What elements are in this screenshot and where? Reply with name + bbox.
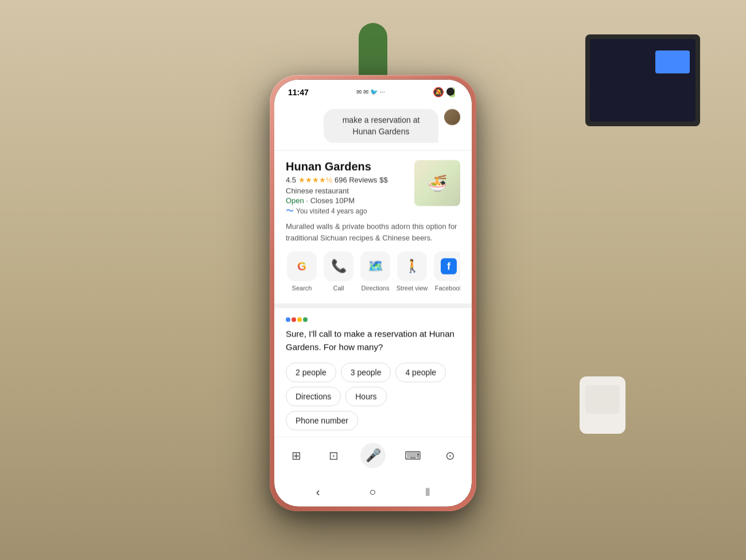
call-action-button[interactable]: 📞 Call xyxy=(323,251,355,292)
screen-icon[interactable]: ⊡ xyxy=(323,445,344,466)
directions-action-button[interactable]: 🗺️ Directions xyxy=(359,251,391,292)
restaurant-hours: Open · Closes 10PM xyxy=(286,196,414,205)
background-monitor xyxy=(585,34,700,126)
chip-4-people[interactable]: 4 people xyxy=(395,363,446,382)
restaurant-rating: 4.5 ★★★★½ 696 Reviews $$ xyxy=(286,176,414,184)
dot-yellow xyxy=(297,317,302,322)
search-button-label: Search xyxy=(292,285,312,292)
google-assistant-logo xyxy=(286,317,308,322)
streetview-icon: 🚶 xyxy=(405,259,420,274)
chips-row-1: 2 people 3 people 4 people xyxy=(286,363,460,382)
status-time: 11:47 xyxy=(288,87,309,96)
review-count: 696 Reviews xyxy=(335,176,377,184)
assistant-section: Sure, I'll call to make a reservation at… xyxy=(274,308,472,437)
streetview-button-label: Street view xyxy=(397,285,428,292)
facebook-action-button[interactable]: f Facebook xyxy=(433,251,460,292)
status-icons: ✉ ✉ 🐦 ··· xyxy=(356,88,385,96)
phone-inner: 11:47 ✉ ✉ 🐦 ··· 🔕 🔋 make a reservation a… xyxy=(274,80,472,507)
restaurant-description: Muralled walls & private booths adorn th… xyxy=(286,221,460,243)
facebook-icon-circle[interactable]: f xyxy=(434,251,460,281)
restaurant-info: Hunan Gardens 4.5 ★★★★½ 696 Reviews $$ C… xyxy=(286,160,414,216)
call-button-label: Call xyxy=(333,285,344,292)
chips-row-2: Directions Hours Phone number xyxy=(286,387,460,430)
assistant-icon[interactable]: ⊞ xyxy=(286,445,306,466)
microphone-button[interactable]: 🎤 xyxy=(360,443,386,468)
phone-case: 11:47 ✉ ✉ 🐦 ··· 🔕 🔋 make a reservation a… xyxy=(270,75,476,511)
action-buttons-row: G Search 📞 Call xyxy=(286,251,460,294)
screen-content[interactable]: make a reservation at Hunan Gardens Huna… xyxy=(274,100,472,437)
visit-text: You visited 4 years ago xyxy=(296,207,367,215)
user-message-bubble: make a reservation at Hunan Gardens xyxy=(324,109,438,143)
assistant-response-text: Sure, I'll call to make a reservation at… xyxy=(286,328,460,353)
food-placeholder: 🍜 xyxy=(414,160,460,206)
restaurant-image: 🍜 xyxy=(414,160,460,206)
call-icon-circle[interactable]: 📞 xyxy=(324,251,353,281)
nav-bar: ‹ ○ ⦀ xyxy=(274,480,472,507)
section-divider xyxy=(274,304,472,308)
chip-hours[interactable]: Hours xyxy=(345,387,386,406)
phone-screen: 11:47 ✉ ✉ 🐦 ··· 🔕 🔋 make a reservation a… xyxy=(274,80,472,507)
bottom-bar: ⊞ ⊡ 🎤 ⌨ ⊙ xyxy=(274,437,472,480)
chip-2-people[interactable]: 2 people xyxy=(286,363,336,382)
restaurant-card: Hunan Gardens 4.5 ★★★★½ 696 Reviews $$ C… xyxy=(274,151,472,304)
dot-green xyxy=(303,317,308,322)
chip-phone-number[interactable]: Phone number xyxy=(286,411,358,430)
user-avatar xyxy=(444,109,460,125)
restaurant-type: Chinese restaurant xyxy=(286,186,414,195)
rating-number: 4.5 xyxy=(286,176,296,184)
assistant-header xyxy=(286,317,460,322)
keyboard-icon[interactable]: ⌨ xyxy=(402,445,423,466)
streetview-action-button[interactable]: 🚶 Street view xyxy=(396,251,428,292)
back-button[interactable]: ‹ xyxy=(316,485,320,499)
call-icon: 📞 xyxy=(331,259,347,274)
dot-blue xyxy=(286,317,290,322)
facebook-button-label: Facebook xyxy=(435,285,460,292)
open-status: Open xyxy=(286,196,304,205)
visit-icon: 〜 xyxy=(286,206,294,216)
user-message-area: make a reservation at Hunan Gardens xyxy=(274,100,472,150)
restaurant-name: Hunan Gardens xyxy=(286,160,414,173)
closing-time: Closes 10PM xyxy=(310,196,355,205)
camera-hole xyxy=(446,88,454,96)
compass-icon[interactable]: ⊙ xyxy=(440,445,460,466)
rating-stars: ★★★★½ xyxy=(298,176,332,184)
chip-3-people[interactable]: 3 people xyxy=(341,363,391,382)
restaurant-header: Hunan Gardens 4.5 ★★★★½ 696 Reviews $$ C… xyxy=(286,160,460,216)
restaurant-visit: 〜 You visited 4 years ago xyxy=(286,206,414,216)
bottom-toolbar: ⊞ ⊡ 🎤 ⌨ ⊙ xyxy=(286,443,460,468)
search-icon-circle[interactable]: G xyxy=(287,251,317,281)
status-bar: 11:47 ✉ ✉ 🐦 ··· 🔕 🔋 xyxy=(274,80,472,100)
notification-icons: ✉ ✉ 🐦 ··· xyxy=(356,88,385,96)
smart-speaker xyxy=(574,376,631,445)
streetview-icon-circle[interactable]: 🚶 xyxy=(397,251,427,281)
home-button[interactable]: ○ xyxy=(369,485,376,499)
dot-red xyxy=(292,317,296,322)
chip-directions[interactable]: Directions xyxy=(286,387,341,406)
phone: 11:47 ✉ ✉ 🐦 ··· 🔕 🔋 make a reservation a… xyxy=(270,75,476,511)
search-action-button[interactable]: G Search xyxy=(286,251,318,292)
price-level: $$ xyxy=(379,176,387,184)
directions-icon-circle[interactable]: 🗺️ xyxy=(360,251,390,281)
recent-button[interactable]: ⦀ xyxy=(425,485,430,499)
directions-icon: 🗺️ xyxy=(368,259,383,274)
facebook-icon: f xyxy=(441,258,457,274)
google-g-icon: G xyxy=(297,259,306,273)
directions-button-label: Directions xyxy=(362,285,390,292)
